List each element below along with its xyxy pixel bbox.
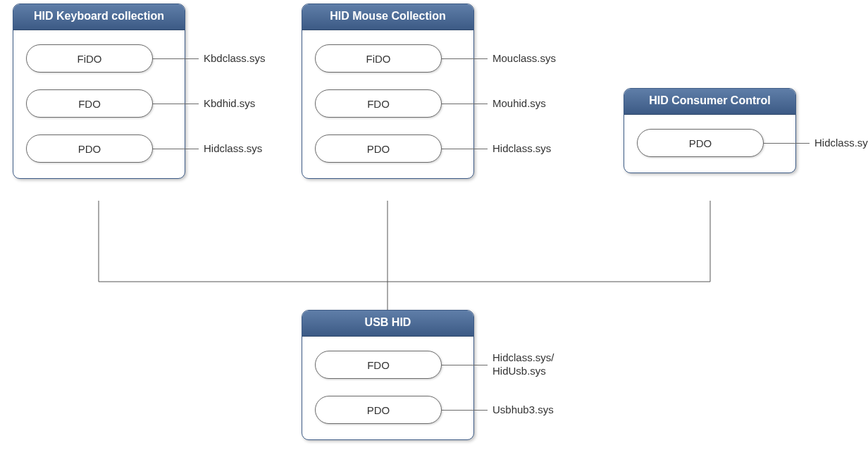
card-keyboard: HID Keyboard collection FiDO Kbdclass.sy… bbox=[13, 4, 185, 179]
pill-mouse-fido: FiDO bbox=[315, 44, 442, 73]
pill-usb-pdo: PDO bbox=[315, 396, 442, 424]
label-consumer-pdo: Hidclass.sys bbox=[814, 137, 868, 150]
usb-row-pdo: PDO Usbhub3.sys bbox=[315, 396, 461, 424]
card-usb-hid-title: USB HID bbox=[302, 311, 473, 337]
label-usb-fdo: Hidclass.sys/ HidUsb.sys bbox=[492, 351, 554, 378]
mouse-row-fdo: FDO Mouhid.sys bbox=[315, 89, 461, 118]
card-mouse-title: HID Mouse Collection bbox=[302, 4, 473, 30]
pill-mouse-pdo: PDO bbox=[315, 135, 442, 163]
card-usb-hid: USB HID FDO Hidclass.sys/ HidUsb.sys PDO… bbox=[302, 310, 474, 440]
label-mouse-fdo: Mouhid.sys bbox=[492, 97, 546, 111]
keyboard-row-fdo: FDO Kbdhid.sys bbox=[26, 89, 172, 118]
consumer-row-pdo: PDO Hidclass.sys bbox=[637, 129, 783, 157]
pill-mouse-fdo: FDO bbox=[315, 89, 442, 118]
label-keyboard-pdo: Hidclass.sys bbox=[204, 142, 262, 156]
pill-keyboard-pdo: PDO bbox=[26, 135, 153, 163]
keyboard-row-pdo: PDO Hidclass.sys bbox=[26, 135, 172, 163]
keyboard-row-fido: FiDO Kbdclass.sys bbox=[26, 44, 172, 73]
label-mouse-pdo: Hidclass.sys bbox=[492, 142, 551, 156]
card-consumer-title: HID Consumer Control bbox=[624, 89, 795, 115]
mouse-row-fido: FiDO Mouclass.sys bbox=[315, 44, 461, 73]
mouse-row-pdo: PDO Hidclass.sys bbox=[315, 135, 461, 163]
label-mouse-fido: Mouclass.sys bbox=[492, 52, 556, 65]
diagram-canvas: HID Keyboard collection FiDO Kbdclass.sy… bbox=[0, 0, 868, 469]
usb-row-fdo: FDO Hidclass.sys/ HidUsb.sys bbox=[315, 351, 461, 379]
label-keyboard-fido: Kbdclass.sys bbox=[204, 52, 266, 65]
pill-keyboard-fido: FiDO bbox=[26, 44, 153, 73]
pill-consumer-pdo: PDO bbox=[637, 129, 764, 157]
card-mouse: HID Mouse Collection FiDO Mouclass.sys F… bbox=[302, 4, 474, 179]
pill-keyboard-fdo: FDO bbox=[26, 89, 153, 118]
label-keyboard-fdo: Kbdhid.sys bbox=[204, 97, 255, 111]
card-consumer: HID Consumer Control PDO Hidclass.sys bbox=[624, 88, 796, 173]
card-keyboard-title: HID Keyboard collection bbox=[13, 4, 185, 30]
pill-usb-fdo: FDO bbox=[315, 351, 442, 379]
label-usb-pdo: Usbhub3.sys bbox=[492, 404, 554, 417]
